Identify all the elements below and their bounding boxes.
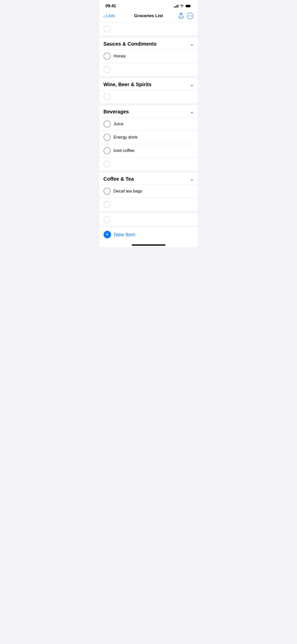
checkbox-decaf-tea[interactable]: [104, 188, 111, 195]
empty-checkbox-top[interactable]: [104, 25, 111, 33]
content: Sauces & Condiments ⌄ Honey Wine, Beer &…: [100, 22, 198, 242]
list-item[interactable]: Decaf tea bags: [100, 185, 198, 198]
item-label-decaf-tea: Decaf tea bags: [114, 189, 142, 194]
svg-rect-1: [186, 5, 190, 7]
section-title-sauces: Sauces & Condiments: [104, 41, 157, 47]
back-label: Lists: [106, 13, 115, 18]
list-item[interactable]: Energy drink: [100, 131, 198, 144]
bottom-standalone-empty: [100, 213, 198, 227]
svg-point-4: [190, 16, 191, 16]
nav-bar: ‹ Lists Groceries List: [100, 11, 198, 22]
section-header-wine[interactable]: Wine, Beer & Spirits ⌄: [100, 78, 198, 90]
new-item-row[interactable]: + New Item: [100, 227, 198, 242]
plus-icon: +: [106, 232, 109, 237]
new-item-label: New Item: [114, 232, 135, 238]
chevron-down-icon-wine: ⌄: [190, 82, 194, 87]
back-chevron-icon: ‹: [104, 13, 105, 18]
home-indicator: [100, 242, 198, 247]
share-icon: [178, 13, 184, 19]
item-label-iced-coffee: Iced coffee: [114, 148, 135, 153]
section-header-beverages[interactable]: Beverages ⌄: [100, 105, 198, 117]
share-button[interactable]: [178, 13, 184, 19]
sauces-empty-checkbox[interactable]: [104, 66, 111, 73]
status-bar: 09:41: [100, 0, 198, 11]
chevron-down-icon-beverages: ⌄: [190, 109, 194, 115]
new-item-plus-button[interactable]: +: [104, 231, 111, 238]
page-title: Groceries List: [134, 13, 163, 18]
section-title-coffee-tea: Coffee & Tea: [104, 176, 134, 182]
section-sauces: Sauces & Condiments ⌄ Honey: [100, 36, 198, 76]
back-button[interactable]: ‹ Lists: [104, 13, 124, 18]
section-beverages: Beverages ⌄ Juice Energy drink Iced coff…: [100, 103, 198, 171]
checkbox-iced-coffee[interactable]: [104, 147, 111, 154]
status-icons: [174, 5, 192, 8]
list-item[interactable]: Iced coffee: [100, 144, 198, 157]
checkbox-honey[interactable]: [104, 53, 111, 60]
checkbox-juice[interactable]: [104, 120, 111, 127]
item-label-energy-drink: Energy drink: [114, 135, 138, 140]
more-button[interactable]: [187, 13, 193, 19]
beverages-empty-item: [100, 157, 198, 171]
section-title-wine: Wine, Beer & Spirits: [104, 82, 152, 87]
top-empty-item: [100, 22, 198, 36]
top-empty-section: [100, 22, 198, 36]
checkbox-energy-drink[interactable]: [104, 134, 111, 141]
more-icon: [187, 13, 193, 19]
nav-actions: [173, 13, 193, 19]
section-title-beverages: Beverages: [104, 109, 129, 115]
beverages-empty-checkbox[interactable]: [104, 160, 111, 168]
chevron-down-icon-sauces: ⌄: [190, 41, 194, 47]
sauces-empty-item: [100, 63, 198, 76]
wifi-icon: [180, 5, 184, 8]
section-header-sauces[interactable]: Sauces & Condiments ⌄: [100, 38, 198, 50]
list-item[interactable]: Honey: [100, 50, 198, 63]
coffee-tea-empty-checkbox[interactable]: [104, 201, 111, 208]
signal-icon: [174, 5, 178, 8]
svg-point-5: [191, 16, 192, 16]
battery-icon: [185, 5, 192, 8]
item-label-juice: Juice: [114, 121, 124, 126]
bottom-empty-checkbox[interactable]: [104, 216, 111, 223]
coffee-tea-empty-item: [100, 198, 198, 211]
chevron-down-icon-coffee-tea: ⌄: [190, 176, 194, 182]
bottom-section: + New Item: [100, 211, 198, 242]
section-coffee-tea: Coffee & Tea ⌄ Decaf tea bags: [100, 171, 198, 211]
home-bar: [132, 244, 166, 246]
item-label-honey: Honey: [114, 54, 126, 59]
section-wine: Wine, Beer & Spirits ⌄: [100, 76, 198, 103]
section-header-coffee-tea[interactable]: Coffee & Tea ⌄: [100, 173, 198, 185]
status-time: 09:41: [106, 4, 116, 9]
list-item[interactable]: Juice: [100, 117, 198, 131]
wine-empty-item: [100, 90, 198, 103]
wine-empty-checkbox[interactable]: [104, 93, 111, 100]
svg-point-3: [189, 16, 189, 16]
